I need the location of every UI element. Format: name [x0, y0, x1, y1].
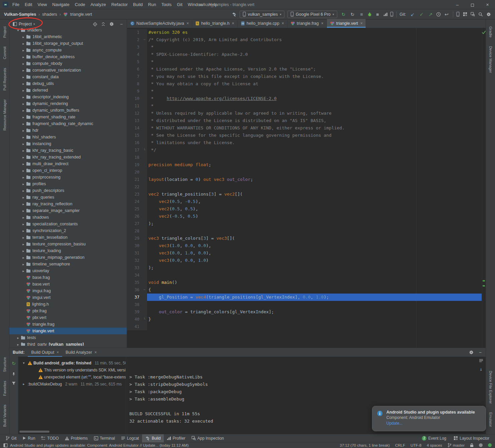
run-configuration-select[interactable]: vulkan_samples ▾	[240, 11, 284, 18]
stripe-button-project[interactable]: Project	[3, 26, 7, 38]
menu-tools[interactable]: Tools	[159, 0, 174, 9]
expand-arrow-icon[interactable]: ▸	[21, 162, 26, 166]
tree-item-timeline-semaphore[interactable]: ▸timeline_semaphore	[9, 261, 127, 267]
line-number[interactable]: 2	[127, 36, 142, 43]
tree-item-specialization-constants[interactable]: ▸specialization_constants	[9, 221, 127, 227]
profile-app-icon[interactable]	[471, 12, 475, 16]
pin-icon[interactable]	[12, 372, 16, 376]
line-number[interactable]: 7	[127, 73, 142, 80]
toolwindow-button-profiler[interactable]: Profiler	[164, 434, 189, 442]
line-number[interactable]: 30	[127, 242, 142, 249]
expand-arrow-icon[interactable]: ▸	[21, 202, 26, 206]
stripe-button-device-file-explorer[interactable]: Device File Explorer	[489, 371, 493, 404]
line-number[interactable]: 9	[127, 88, 142, 95]
line-number[interactable]: 16	[127, 139, 142, 146]
code-line-26[interactable]: 26 vec2(-0.5, 0.5)	[127, 213, 482, 220]
code-line-19[interactable]: 19precision mediump float;	[127, 161, 482, 169]
expand-arrow-icon[interactable]: ▸	[21, 209, 26, 213]
history-icon[interactable]	[436, 12, 441, 17]
editor-tab-nativesampleactivity-java[interactable]: CNativeSampleActivity.java×	[127, 19, 192, 28]
close-icon[interactable]: ×	[232, 21, 234, 26]
menu-code[interactable]: Code	[72, 0, 88, 9]
tree-item-terrain-tessellation[interactable]: ▸terrain_tessellation	[9, 234, 127, 241]
menu-analyze[interactable]: Analyze	[88, 0, 109, 9]
tree-item-khr-ray-tracing-extended[interactable]: ▸khr_ray_tracing_extended	[9, 154, 127, 160]
scroll-to-end-icon[interactable]: ↓	[478, 366, 484, 372]
code-line-38[interactable]: 38	[127, 301, 482, 308]
line-number[interactable]: 19	[127, 161, 142, 169]
code-line-28[interactable]: 28	[127, 227, 482, 235]
tree-item-imgui-vert[interactable]: imgui.vert	[9, 294, 127, 301]
menu-view[interactable]: View	[35, 0, 49, 9]
tree-item-third-party[interactable]: ▸third_party[vulkan_samples]	[9, 341, 127, 346]
expand-arrow-icon[interactable]: ▸	[21, 262, 26, 266]
tree-item-ray-tracing-reflection[interactable]: ▸ray_tracing_reflection	[9, 201, 127, 207]
expand-arrow-icon[interactable]: ▸	[21, 242, 26, 246]
tree-item-triangle-vert[interactable]: triangle.vert	[9, 328, 127, 334]
tree-item-compute-nbody[interactable]: ▸compute_nbody	[9, 60, 127, 67]
expand-arrow-icon[interactable]: ▸	[21, 149, 26, 152]
tree-item-pbr-frag[interactable]: pbr.frag	[9, 308, 127, 314]
toolwindow-button-git[interactable]: Git	[3, 434, 19, 442]
build-tree-row[interactable]: This version only understands SDK XML ve…	[18, 366, 126, 373]
code-line-24[interactable]: 24 vec2(0.5, -0.5),	[127, 198, 482, 205]
profiler-icon[interactable]	[383, 12, 388, 16]
code-line-13[interactable]: 13 * distributed under the License is di…	[127, 117, 482, 124]
tree-item-async-compute[interactable]: ▸async_compute	[9, 47, 127, 53]
rerun-build-icon[interactable]: ↻	[10, 360, 17, 367]
line-number[interactable]: 21	[127, 176, 142, 183]
tree-item-hlsl-shaders[interactable]: ▸hlsl_shaders	[9, 134, 127, 140]
maximize-button[interactable]	[465, 0, 480, 9]
line-number[interactable]: 24	[127, 198, 142, 205]
toolwindow-button-problems[interactable]: Problems	[62, 434, 91, 442]
tree-item-descriptor-indexing[interactable]: ▸descriptor_indexing	[9, 94, 127, 100]
expand-arrow-icon[interactable]: ▸	[21, 182, 26, 186]
tree-item-multi-draw-indirect[interactable]: ▸multi_draw_indirect	[9, 160, 127, 167]
code-line-18[interactable]: 18	[127, 154, 482, 161]
build-hammer-icon[interactable]	[232, 12, 237, 17]
code-line-3[interactable]: 3 *	[127, 43, 482, 51]
tree-item-hdr[interactable]: ▸hdr	[9, 127, 127, 134]
line-number[interactable]: 25	[127, 205, 142, 213]
tree-item-texture-compression-basisu[interactable]: ▸texture_compression_basisu	[9, 241, 127, 247]
horizontal-scrollbar[interactable]	[19, 431, 49, 433]
hide-panel-icon[interactable]: −	[118, 21, 125, 27]
line-number[interactable]: 20	[127, 169, 142, 176]
code-line-11[interactable]: 11 *	[127, 102, 482, 110]
stripe-button-emulator[interactable]: Emulator	[489, 412, 493, 427]
locate-file-icon[interactable]	[93, 22, 97, 26]
fold-marker-icon[interactable]: └	[142, 316, 147, 323]
stripe-mark[interactable]	[483, 285, 485, 287]
hide-build-panel-icon[interactable]: −	[479, 350, 482, 355]
expand-arrow-icon[interactable]: ▸	[21, 48, 26, 52]
line-number[interactable]: 23	[127, 191, 142, 198]
code-line-32[interactable]: 32 vec3(0.0, 0.0, 1.0)	[127, 257, 482, 264]
tree-item-16bit-arithmetic[interactable]: ▸16bit_arithmetic	[9, 33, 127, 40]
device-manager-icon[interactable]	[390, 12, 393, 17]
run-configurations-icon[interactable]: ≡	[358, 11, 365, 18]
line-number[interactable]: 27	[127, 220, 142, 227]
line-number[interactable]: 14	[127, 124, 142, 132]
tree-item-shaders[interactable]: ▾shaders	[9, 27, 127, 33]
sync-project-icon[interactable]: ↻	[340, 11, 347, 18]
tree-item-dynamic-rendering[interactable]: ▸dynamic_rendering	[9, 100, 127, 107]
tab-build-output[interactable]: Build Output ×	[28, 348, 62, 357]
code-line-14[interactable]: 14 * WITHOUT WARRANTIES OR CONDITIONS OF…	[127, 124, 482, 132]
line-number[interactable]: 15	[127, 132, 142, 139]
expand-arrow-icon[interactable]: ▸	[15, 336, 21, 340]
expand-arrow-icon[interactable]: ▸	[21, 216, 26, 219]
code-line-9[interactable]: 9 *	[127, 88, 482, 95]
stripe-button-pull-requests[interactable]: Pull Requests	[3, 68, 7, 91]
code-line-41[interactable]: 41	[127, 323, 482, 330]
expand-arrow-icon[interactable]: ▸	[21, 89, 26, 92]
expand-arrow-icon[interactable]: ▸	[21, 122, 26, 126]
expand-arrow-icon[interactable]: ▸	[21, 135, 26, 139]
stripe-button-commit[interactable]: Commit	[3, 46, 7, 59]
filter-icon[interactable]	[12, 381, 16, 385]
toolwindow-button-todo[interactable]: TODO	[38, 434, 61, 442]
tree-item-separate-image-sampler[interactable]: ▸separate_image_sampler	[9, 207, 127, 214]
tree-item-profiles[interactable]: ▸profiles	[9, 181, 127, 187]
expand-arrow-icon[interactable]: ▸	[21, 115, 26, 119]
close-icon[interactable]: ×	[282, 21, 284, 26]
indent-select[interactable]: 4 spaces	[427, 443, 442, 447]
